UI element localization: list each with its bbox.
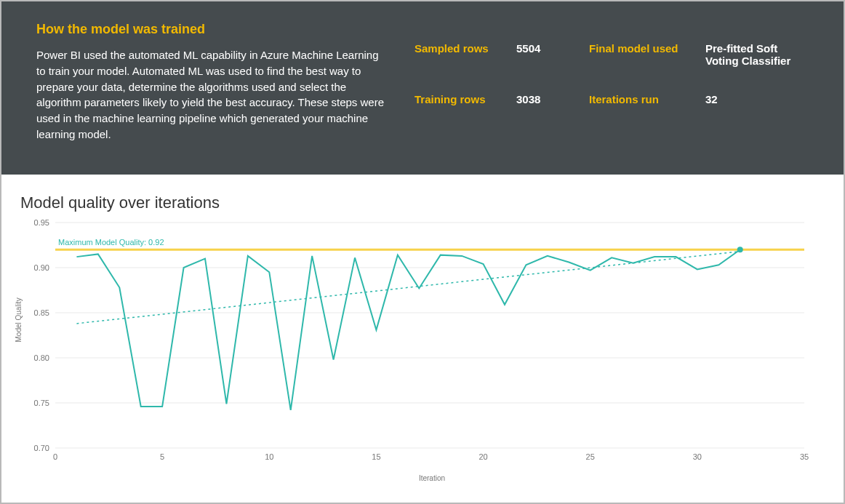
line-chart: 0.700.750.800.850.900.9505101520253035 bbox=[19, 215, 819, 477]
svg-text:35: 35 bbox=[800, 452, 809, 461]
report-page: How the model was trained Power BI used … bbox=[0, 0, 845, 504]
svg-text:5: 5 bbox=[160, 452, 164, 461]
svg-text:0.95: 0.95 bbox=[34, 218, 49, 227]
chart-max-quality-label: Maximum Model Quality: 0.92 bbox=[58, 238, 164, 247]
chart-y-axis-label: Model Quality bbox=[15, 297, 23, 342]
header-left: How the model was trained Power BI used … bbox=[36, 22, 415, 148]
svg-text:0.90: 0.90 bbox=[34, 263, 49, 272]
svg-text:30: 30 bbox=[693, 452, 702, 461]
svg-text:20: 20 bbox=[478, 452, 487, 461]
training-rows-label: Training rows bbox=[415, 93, 509, 105]
chart-title: Model quality over iterations bbox=[20, 193, 823, 212]
svg-text:10: 10 bbox=[265, 452, 273, 461]
svg-text:0.80: 0.80 bbox=[34, 353, 49, 362]
sampled-rows-value: 5504 bbox=[516, 42, 582, 67]
svg-text:0.75: 0.75 bbox=[34, 399, 49, 407]
sampled-rows-label: Sampled rows bbox=[415, 42, 509, 67]
svg-text:0.70: 0.70 bbox=[34, 444, 49, 452]
chart-container: 0.700.750.800.850.900.9505101520253035 M… bbox=[19, 215, 819, 477]
header-stats-grid: Sampled rows 5504 Final model used Pre-f… bbox=[415, 22, 809, 148]
iterations-run-label: Iterations run bbox=[589, 93, 698, 105]
final-model-label: Final model used bbox=[589, 42, 698, 67]
training-rows-value: 3038 bbox=[516, 93, 582, 105]
chart-section: Model quality over iterations 0.700.750.… bbox=[1, 175, 844, 489]
header-description: Power BI used the automated ML capabilit… bbox=[36, 47, 385, 143]
svg-text:0.85: 0.85 bbox=[34, 308, 49, 317]
header-title: How the model was trained bbox=[36, 22, 385, 37]
svg-text:25: 25 bbox=[586, 452, 595, 461]
svg-text:15: 15 bbox=[372, 452, 380, 461]
iterations-run-value: 32 bbox=[705, 93, 809, 105]
training-header: How the model was trained Power BI used … bbox=[1, 1, 844, 175]
svg-point-22 bbox=[737, 247, 743, 252]
svg-text:0: 0 bbox=[53, 452, 57, 461]
final-model-value: Pre-fitted Soft Voting Classifier bbox=[705, 42, 809, 67]
